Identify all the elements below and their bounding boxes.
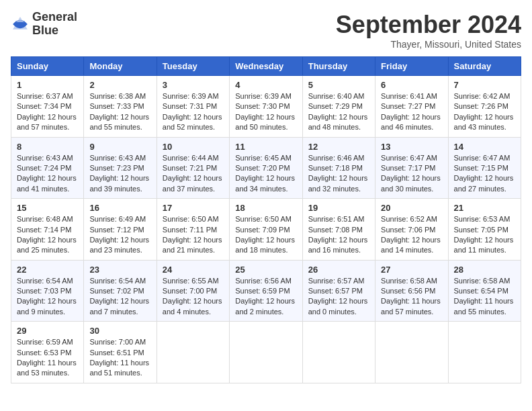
day-number: 8: [17, 142, 78, 152]
day-number: 6: [381, 80, 442, 90]
column-header-wednesday: Wednesday: [230, 57, 302, 76]
calendar-cell: 19 Sunrise: 6:51 AMSunset: 7:08 PMDaylig…: [302, 199, 375, 261]
day-number: 10: [163, 142, 224, 152]
cell-text: Sunrise: 6:44 AMSunset: 7:21 PMDaylight:…: [163, 154, 222, 193]
cell-text: Sunrise: 6:40 AMSunset: 7:29 PMDaylight:…: [308, 92, 368, 131]
day-number: 3: [163, 80, 224, 90]
cell-text: Sunrise: 6:59 AMSunset: 6:53 PMDaylight:…: [17, 338, 77, 377]
calendar-cell: 16 Sunrise: 6:49 AMSunset: 7:12 PMDaylig…: [84, 199, 157, 261]
calendar-cell: 26 Sunrise: 6:57 AMSunset: 6:57 PMDaylig…: [302, 260, 375, 322]
calendar-cell: 1 Sunrise: 6:37 AMSunset: 7:34 PMDayligh…: [11, 76, 84, 138]
cell-text: Sunrise: 6:54 AMSunset: 7:03 PMDaylight:…: [17, 277, 77, 316]
page-header: General Blue September 2024 Thayer, Miss…: [11, 11, 521, 50]
column-header-thursday: Thursday: [302, 57, 375, 76]
cell-text: Sunrise: 6:45 AMSunset: 7:20 PMDaylight:…: [235, 154, 295, 193]
calendar-cell: 13 Sunrise: 6:47 AMSunset: 7:17 PMDaylig…: [375, 137, 448, 199]
calendar-cell: 20 Sunrise: 6:52 AMSunset: 7:06 PMDaylig…: [375, 199, 448, 261]
calendar-week-row: 22 Sunrise: 6:54 AMSunset: 7:03 PMDaylig…: [11, 260, 521, 322]
day-number: 12: [308, 142, 369, 152]
cell-text: Sunrise: 7:00 AMSunset: 6:51 PMDaylight:…: [89, 338, 149, 377]
calendar-cell: 24 Sunrise: 6:55 AMSunset: 7:00 PMDaylig…: [157, 260, 229, 322]
calendar-week-row: 15 Sunrise: 6:48 AMSunset: 7:14 PMDaylig…: [11, 199, 521, 261]
day-number: 15: [17, 203, 78, 213]
cell-text: Sunrise: 6:52 AMSunset: 7:06 PMDaylight:…: [381, 215, 441, 254]
cell-text: Sunrise: 6:58 AMSunset: 6:54 PMDaylight:…: [454, 277, 514, 316]
cell-text: Sunrise: 6:51 AMSunset: 7:08 PMDaylight:…: [308, 215, 368, 254]
day-number: 1: [17, 80, 78, 90]
day-number: 2: [89, 80, 150, 90]
title-area: September 2024 Thayer, Missouri, United …: [336, 11, 521, 50]
cell-text: Sunrise: 6:48 AMSunset: 7:14 PMDaylight:…: [17, 215, 77, 254]
calendar-cell: [230, 322, 302, 383]
column-header-sunday: Sunday: [11, 57, 84, 76]
calendar-cell: [157, 322, 229, 383]
location-subtitle: Thayer, Missouri, United States: [336, 39, 521, 50]
calendar-cell: 27 Sunrise: 6:58 AMSunset: 6:56 PMDaylig…: [375, 260, 448, 322]
calendar-cell: 22 Sunrise: 6:54 AMSunset: 7:03 PMDaylig…: [11, 260, 84, 322]
day-number: 14: [454, 142, 515, 152]
day-number: 25: [235, 265, 296, 275]
cell-text: Sunrise: 6:47 AMSunset: 7:15 PMDaylight:…: [454, 154, 514, 193]
cell-text: Sunrise: 6:42 AMSunset: 7:26 PMDaylight:…: [454, 92, 514, 131]
cell-text: Sunrise: 6:46 AMSunset: 7:18 PMDaylight:…: [308, 154, 368, 193]
cell-text: Sunrise: 6:57 AMSunset: 6:57 PMDaylight:…: [308, 277, 368, 316]
day-number: 23: [89, 265, 150, 275]
cell-text: Sunrise: 6:54 AMSunset: 7:02 PMDaylight:…: [89, 277, 149, 316]
day-number: 13: [381, 142, 442, 152]
calendar-header-row: SundayMondayTuesdayWednesdayThursdayFrid…: [11, 57, 521, 76]
calendar-cell: 30 Sunrise: 7:00 AMSunset: 6:51 PMDaylig…: [84, 322, 157, 383]
column-header-tuesday: Tuesday: [157, 57, 229, 76]
calendar-cell: 12 Sunrise: 6:46 AMSunset: 7:18 PMDaylig…: [302, 137, 375, 199]
calendar-cell: 7 Sunrise: 6:42 AMSunset: 7:26 PMDayligh…: [448, 76, 521, 138]
calendar-cell: [375, 322, 448, 383]
day-number: 24: [163, 265, 224, 275]
calendar-cell: [448, 322, 521, 383]
column-header-saturday: Saturday: [448, 57, 521, 76]
calendar-cell: 10 Sunrise: 6:44 AMSunset: 7:21 PMDaylig…: [157, 137, 229, 199]
calendar-cell: 15 Sunrise: 6:48 AMSunset: 7:14 PMDaylig…: [11, 199, 84, 261]
day-number: 26: [308, 265, 369, 275]
logo: General Blue: [11, 11, 77, 38]
calendar-cell: 14 Sunrise: 6:47 AMSunset: 7:15 PMDaylig…: [448, 137, 521, 199]
day-number: 21: [454, 203, 515, 213]
logo-line2: Blue: [32, 24, 77, 38]
calendar-cell: 9 Sunrise: 6:43 AMSunset: 7:23 PMDayligh…: [84, 137, 157, 199]
column-header-friday: Friday: [375, 57, 448, 76]
cell-text: Sunrise: 6:58 AMSunset: 6:56 PMDaylight:…: [381, 277, 441, 316]
cell-text: Sunrise: 6:37 AMSunset: 7:34 PMDaylight:…: [17, 92, 77, 131]
cell-text: Sunrise: 6:49 AMSunset: 7:12 PMDaylight:…: [89, 215, 149, 254]
day-number: 11: [235, 142, 296, 152]
column-header-monday: Monday: [84, 57, 157, 76]
cell-text: Sunrise: 6:43 AMSunset: 7:24 PMDaylight:…: [17, 154, 77, 193]
calendar-cell: 21 Sunrise: 6:53 AMSunset: 7:05 PMDaylig…: [448, 199, 521, 261]
calendar-cell: 18 Sunrise: 6:50 AMSunset: 7:09 PMDaylig…: [230, 199, 302, 261]
cell-text: Sunrise: 6:55 AMSunset: 7:00 PMDaylight:…: [163, 277, 222, 316]
logo-icon: [11, 15, 30, 34]
calendar-cell: 4 Sunrise: 6:39 AMSunset: 7:30 PMDayligh…: [230, 76, 302, 138]
cell-text: Sunrise: 6:38 AMSunset: 7:33 PMDaylight:…: [89, 92, 149, 131]
calendar-cell: 3 Sunrise: 6:39 AMSunset: 7:31 PMDayligh…: [157, 76, 229, 138]
calendar-cell: 11 Sunrise: 6:45 AMSunset: 7:20 PMDaylig…: [230, 137, 302, 199]
cell-text: Sunrise: 6:39 AMSunset: 7:31 PMDaylight:…: [163, 92, 222, 131]
calendar-cell: 23 Sunrise: 6:54 AMSunset: 7:02 PMDaylig…: [84, 260, 157, 322]
calendar-cell: 8 Sunrise: 6:43 AMSunset: 7:24 PMDayligh…: [11, 137, 84, 199]
calendar-week-row: 1 Sunrise: 6:37 AMSunset: 7:34 PMDayligh…: [11, 76, 521, 138]
cell-text: Sunrise: 6:41 AMSunset: 7:27 PMDaylight:…: [381, 92, 441, 131]
calendar-cell: 2 Sunrise: 6:38 AMSunset: 7:33 PMDayligh…: [84, 76, 157, 138]
calendar-week-row: 8 Sunrise: 6:43 AMSunset: 7:24 PMDayligh…: [11, 137, 521, 199]
day-number: 30: [89, 326, 150, 336]
day-number: 28: [454, 265, 515, 275]
cell-text: Sunrise: 6:47 AMSunset: 7:17 PMDaylight:…: [381, 154, 441, 193]
day-number: 16: [89, 203, 150, 213]
cell-text: Sunrise: 6:53 AMSunset: 7:05 PMDaylight:…: [454, 215, 514, 254]
day-number: 19: [308, 203, 369, 213]
day-number: 17: [163, 203, 224, 213]
calendar-week-row: 29 Sunrise: 6:59 AMSunset: 6:53 PMDaylig…: [11, 322, 521, 383]
cell-text: Sunrise: 6:56 AMSunset: 6:59 PMDaylight:…: [235, 277, 295, 316]
cell-text: Sunrise: 6:39 AMSunset: 7:30 PMDaylight:…: [235, 92, 295, 131]
day-number: 29: [17, 326, 78, 336]
calendar-cell: 17 Sunrise: 6:50 AMSunset: 7:11 PMDaylig…: [157, 199, 229, 261]
day-number: 9: [89, 142, 150, 152]
calendar-cell: 28 Sunrise: 6:58 AMSunset: 6:54 PMDaylig…: [448, 260, 521, 322]
cell-text: Sunrise: 6:50 AMSunset: 7:11 PMDaylight:…: [163, 215, 222, 254]
